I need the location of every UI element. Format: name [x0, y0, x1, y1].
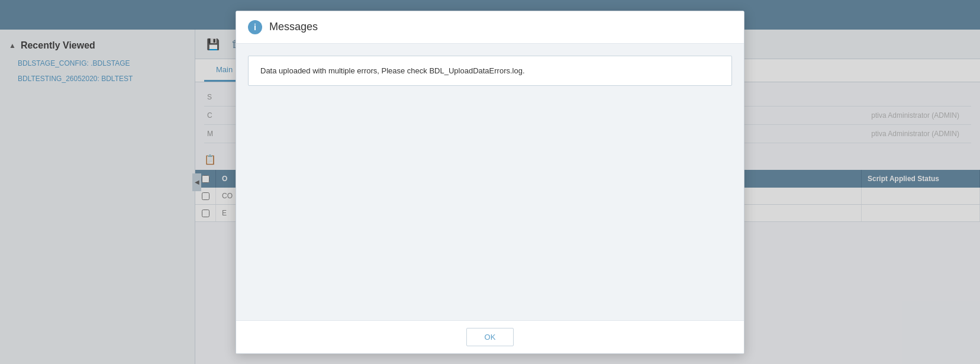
info-icon: i — [248, 20, 262, 34]
modal-header: i Messages — [236, 11, 744, 44]
modal-message-text: Data uploaded with multiple errors, Plea… — [260, 66, 525, 75]
modal-message-box: Data uploaded with multiple errors, Plea… — [248, 56, 732, 86]
modal-title: Messages — [269, 21, 318, 33]
ok-button[interactable]: OK — [466, 328, 514, 346]
modal-body: Data uploaded with multiple errors, Plea… — [236, 44, 744, 320]
messages-modal: i Messages Data uploaded with multiple e… — [236, 11, 744, 354]
modal-footer: OK — [236, 320, 744, 353]
modal-overlay: i Messages Data uploaded with multiple e… — [0, 0, 980, 364]
